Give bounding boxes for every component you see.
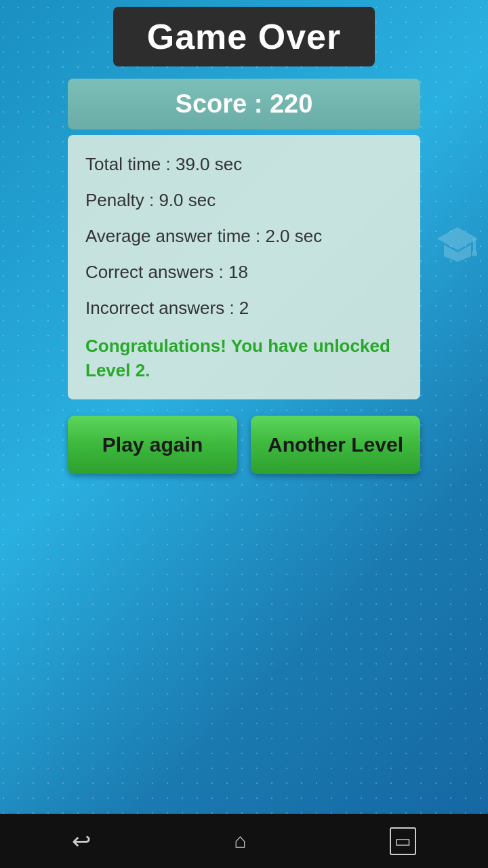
game-over-title-bar: Game Over [113, 7, 375, 66]
congratulations-text: Congratulations! You have unlocked Level… [85, 336, 390, 380]
correct-answers-row: Correct answers : 18 [85, 262, 403, 283]
recents-button[interactable]: ▭ [390, 827, 416, 855]
play-again-button[interactable]: Play again [68, 416, 237, 474]
incorrect-answers-row: Incorrect answers : 2 [85, 298, 403, 319]
action-buttons: Play again Another Level [68, 416, 420, 474]
home-button[interactable]: ⌂ [234, 829, 246, 852]
score-label: Score : 220 [176, 90, 313, 118]
penalty-row: Penalty : 9.0 sec [85, 190, 403, 211]
total-time-row: Total time : 39.0 sec [85, 154, 403, 175]
svg-point-3 [472, 251, 477, 256]
total-time-text: Total time : 39.0 sec [85, 154, 242, 174]
incorrect-answers-text: Incorrect answers : 2 [85, 298, 249, 318]
another-level-button[interactable]: Another Level [251, 416, 420, 474]
stats-box: Total time : 39.0 sec Penalty : 9.0 sec … [68, 135, 420, 399]
svg-marker-0 [437, 227, 478, 250]
game-over-title: Game Over [147, 17, 342, 56]
graduation-cap-icon [434, 224, 481, 267]
score-box: Score : 220 [68, 79, 420, 130]
back-button[interactable]: ↩ [72, 827, 91, 854]
penalty-text: Penalty : 9.0 sec [85, 190, 216, 210]
congratulations-row: Congratulations! You have unlocked Level… [85, 334, 403, 383]
correct-answers-text: Correct answers : 18 [85, 262, 248, 282]
avg-answer-row: Average answer time : 2.0 sec [85, 226, 403, 247]
avg-answer-text: Average answer time : 2.0 sec [85, 226, 322, 246]
bottom-nav-bar: ↩ ⌂ ▭ [0, 814, 488, 868]
